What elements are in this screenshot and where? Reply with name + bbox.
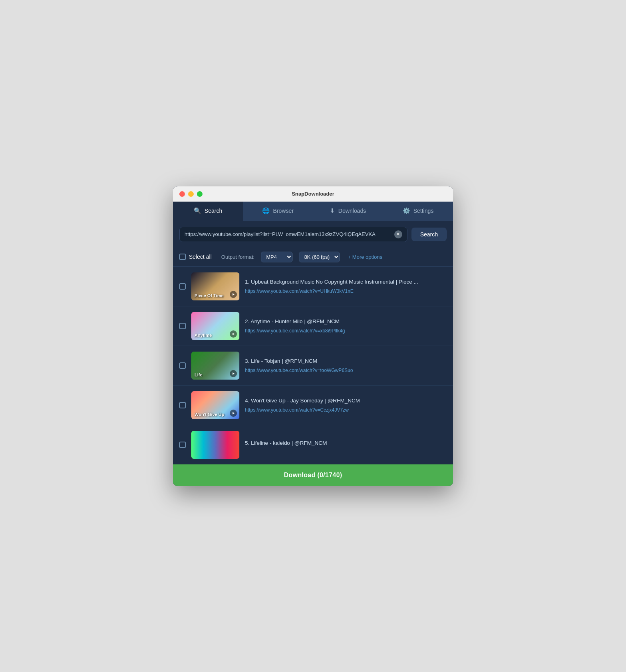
thumbnail-label-2: Anytime — [195, 333, 212, 338]
tab-search[interactable]: 🔍 Search — [173, 202, 243, 221]
select-all-wrapper[interactable]: Select all — [179, 254, 212, 260]
list-item: Life 3. Life - Tobjan | @RFM_NCM https:/… — [173, 346, 453, 386]
video-checkbox-2[interactable] — [179, 323, 186, 329]
video-info-4: 4. Won't Give Up - Jay Someday | @RFM_NC… — [245, 397, 447, 413]
url-clear-button[interactable]: ✕ — [394, 230, 402, 238]
video-url-4[interactable]: https://www.youtube.com/watch?v=Cczjx4JV… — [245, 407, 447, 413]
thumbnail-label-4: Won't Give Up — [195, 412, 225, 417]
thumbnail-badge-4 — [230, 410, 237, 417]
select-all-checkbox[interactable] — [179, 254, 186, 260]
video-checkbox-4[interactable] — [179, 402, 186, 408]
maximize-button[interactable] — [197, 191, 203, 197]
svg-marker-3 — [233, 412, 235, 414]
titlebar: SnapDownloader — [173, 186, 453, 202]
thumbnail-3: Life — [191, 352, 239, 380]
thumbnail-5 — [191, 431, 239, 459]
tab-settings[interactable]: ⚙️ Settings — [383, 202, 453, 221]
window-title: SnapDownloader — [292, 191, 334, 197]
list-item: Won't Give Up 4. Won't Give Up - Jay Som… — [173, 386, 453, 425]
video-url-3[interactable]: https://www.youtube.com/watch?v=tooWGwP6… — [245, 368, 447, 373]
search-button[interactable]: Search — [411, 228, 447, 241]
download-button[interactable]: Download (0/1740) — [173, 464, 453, 486]
list-item: Piece Of Time 1. Upbeat Background Music… — [173, 267, 453, 306]
tab-browser-label: Browser — [273, 208, 293, 214]
tab-search-label: Search — [205, 208, 222, 214]
browser-tab-icon: 🌐 — [262, 207, 270, 214]
list-item: 5. Lifeline - kaleido | @RFM_NCM — [173, 425, 453, 464]
thumbnail-badge-1 — [230, 291, 237, 298]
svg-marker-1 — [233, 333, 235, 335]
video-checkbox-1[interactable] — [179, 283, 186, 290]
app-window: SnapDownloader 🔍 Search 🌐 Browser ⬇ Down… — [173, 186, 453, 486]
video-title-5: 5. Lifeline - kaleido | @RFM_NCM — [245, 440, 447, 447]
svg-marker-2 — [233, 372, 235, 375]
settings-tab-icon: ⚙️ — [403, 207, 410, 214]
video-info-3: 3. Life - Tobjan | @RFM_NCM https://www.… — [245, 358, 447, 373]
url-input-wrapper: ✕ — [179, 227, 407, 242]
thumbnail-badge-2 — [230, 330, 237, 338]
list-item: Anytime 2. Anytime - Hunter Milo | @RFM_… — [173, 306, 453, 346]
svg-marker-0 — [233, 293, 235, 296]
nav-tabs: 🔍 Search 🌐 Browser ⬇ Downloads ⚙️ Settin… — [173, 202, 453, 221]
video-info-1: 1. Upbeat Background Music No Copyright … — [245, 278, 447, 294]
thumbnail-badge-3 — [230, 370, 237, 377]
video-url-2[interactable]: https://www.youtube.com/watch?v=xb8i9Plf… — [245, 328, 447, 334]
downloads-tab-icon: ⬇ — [330, 207, 335, 214]
video-title-2: 2. Anytime - Hunter Milo | @RFM_NCM — [245, 318, 447, 326]
tab-browser[interactable]: 🌐 Browser — [243, 202, 313, 221]
toolbar: Select all Output format: MP4 MP3 WEBM M… — [173, 248, 453, 267]
video-info-2: 2. Anytime - Hunter Milo | @RFM_NCM http… — [245, 318, 447, 334]
thumbnail-2: Anytime — [191, 312, 239, 340]
format-select[interactable]: MP4 MP3 WEBM MKV — [261, 252, 293, 262]
video-checkbox-5[interactable] — [179, 442, 186, 448]
thumbnail-4: Won't Give Up — [191, 391, 239, 419]
video-url-1[interactable]: https://www.youtube.com/watch?v=UHkuW3kV… — [245, 288, 447, 294]
minimize-button[interactable] — [188, 191, 194, 197]
tab-settings-label: Settings — [413, 208, 434, 214]
traffic-lights — [179, 191, 203, 197]
video-list: Piece Of Time 1. Upbeat Background Music… — [173, 267, 453, 464]
video-title-3: 3. Life - Tobjan | @RFM_NCM — [245, 358, 447, 365]
thumbnail-label-3: Life — [195, 372, 203, 377]
video-title-1: 1. Upbeat Background Music No Copyright … — [245, 278, 447, 286]
search-tab-icon: 🔍 — [194, 207, 201, 214]
url-input[interactable] — [185, 231, 394, 237]
close-button[interactable] — [179, 191, 185, 197]
thumbnail-1: Piece Of Time — [191, 272, 239, 300]
output-format-label: Output format: — [221, 254, 255, 260]
video-title-4: 4. Won't Give Up - Jay Someday | @RFM_NC… — [245, 397, 447, 405]
video-info-5: 5. Lifeline - kaleido | @RFM_NCM — [245, 440, 447, 450]
video-checkbox-3[interactable] — [179, 362, 186, 369]
url-bar: ✕ Search — [173, 221, 453, 248]
more-options-button[interactable]: + More options — [348, 254, 382, 260]
tab-downloads[interactable]: ⬇ Downloads — [313, 202, 383, 221]
select-all-label: Select all — [189, 254, 212, 260]
quality-select[interactable]: 8K (60 fps) 4K (60 fps) 1080p 720p 480p — [299, 252, 340, 262]
tab-downloads-label: Downloads — [338, 208, 366, 214]
thumbnail-label-1: Piece Of Time — [195, 293, 224, 298]
